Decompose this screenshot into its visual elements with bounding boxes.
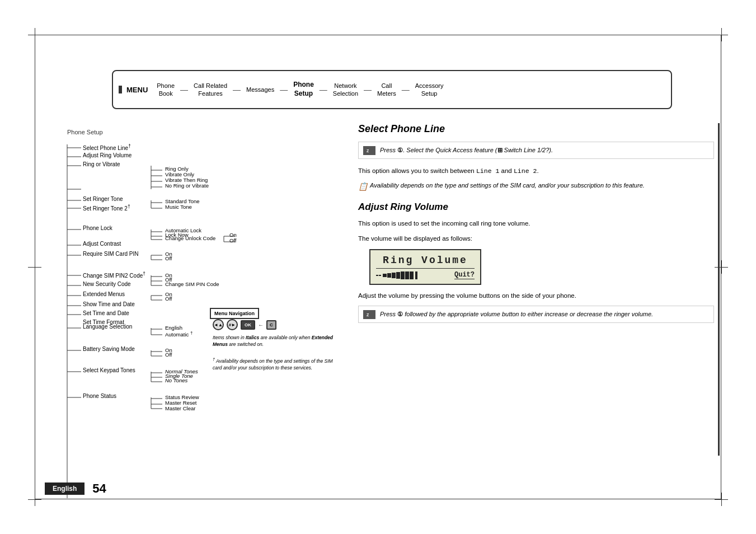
sub-sim2-change: Change SIM PIN Code: [165, 281, 219, 287]
sub-ext-off: Off: [165, 296, 172, 302]
nav-arrow-3: —: [280, 85, 288, 94]
vertical-rule: [718, 123, 720, 456]
lcd-dot: [376, 275, 378, 276]
tree-item-status: Phone Status: [83, 393, 116, 399]
lcd-dot2: [379, 275, 381, 276]
sub-automatic: Automatic †: [165, 330, 192, 338]
lcd-bar-6: [405, 271, 409, 279]
tree-item-phone-lock: Phone Lock: [83, 225, 112, 231]
section1-press-text: Press ①. Select the Quick Access feature…: [380, 146, 553, 155]
nav-item-network-selection[interactable]: NetworkSelection: [328, 82, 363, 98]
menu-nav-box: Menu Navigation: [210, 308, 259, 319]
section2-content1: This option is used to set the incoming …: [358, 218, 714, 228]
nav-item-call-meters[interactable]: CallMeters: [373, 82, 401, 98]
nav-arrow-4: —: [320, 85, 327, 94]
bottom-border: [35, 499, 721, 499]
nav-item-phone-book[interactable]: PhoneBook: [152, 82, 179, 98]
tree-item-battery: Battery Saving Mode: [83, 346, 135, 352]
lcd-quit: Quit?: [454, 271, 475, 279]
footer-page-number: 54: [92, 481, 106, 496]
lcd-bar-5: [401, 271, 405, 279]
tree-item-set-time: Set Time and Date: [83, 310, 129, 316]
menu-label: MENU: [119, 86, 148, 94]
nav-arrow-1: —: [180, 85, 188, 94]
tree-item-language: Language Selection: [83, 324, 132, 330]
sub-change-unlock: Change Unlock Code: [165, 235, 215, 241]
nav-item-phone-setup[interactable]: PhoneSetup: [289, 81, 318, 98]
section2-press-box: Z Press ① followed by the appropriate vo…: [358, 306, 714, 323]
diagram-area: Phone Setup: [45, 129, 369, 425]
tree-item-extended: Extended Menus: [83, 291, 125, 297]
tree-item-select-phone-line: Select Phone Line†: [83, 143, 131, 151]
nav-items: PhoneBook — Call RelatedFeatures — Messa…: [152, 81, 665, 98]
menu-bar-icon: [119, 86, 122, 93]
section1-press-box: Z Press ①. Select the Quick Access featu…: [358, 142, 714, 159]
btn-left[interactable]: ◄▲: [213, 319, 224, 330]
sub-no-ring: No Ring or Vibrate: [165, 182, 209, 189]
lcd-bar-2: [387, 273, 391, 278]
btn-right[interactable]: #►: [227, 319, 238, 330]
top-border: [35, 35, 721, 35]
tree-item-adjust-ring: Adjust Ring Volume: [83, 152, 132, 158]
lcd-bars-container: [376, 271, 417, 279]
crosshair-mid-right: [715, 260, 728, 274]
section2-content3: Adjust the volume by pressing the volume…: [358, 291, 714, 301]
tree-item-change-sim: Change SIM PIN2 Code†: [83, 271, 145, 279]
sub-no-tones: No Tones: [165, 377, 187, 383]
nav-arrow-6: —: [402, 85, 410, 94]
sub-master-clear: Master Clear: [165, 405, 195, 411]
nav-arrow-2: —: [233, 85, 241, 94]
btn-ok[interactable]: OK: [241, 320, 255, 330]
nav-item-messages[interactable]: Messages: [242, 86, 279, 93]
footer-language: English: [45, 483, 84, 495]
section2-content2: The volume will be displayed as follows:: [358, 233, 714, 243]
lcd-top-text: Ring Volume: [376, 255, 475, 266]
right-border: [721, 35, 721, 499]
left-border: [35, 35, 35, 499]
menu-nav-note2: † Availability depends on the type and s…: [213, 357, 336, 372]
tree-item-keypad: Select Keypad Tones: [83, 367, 135, 373]
nav-buttons: ◄▲ #► OK ← C: [213, 319, 276, 330]
crosshair-bottom-right: [715, 493, 728, 506]
right-content: Select Phone Line Z Press ①. Select the …: [358, 123, 714, 330]
lcd-bottom: Quit?: [376, 271, 475, 279]
lcd-bar-4: [396, 272, 400, 279]
tree-item-show-time: Show Time and Date: [83, 301, 135, 307]
lcd-bar-3: [392, 273, 396, 278]
tree-item-security: New Security Code: [83, 281, 131, 287]
section1-title: Select Phone Line: [358, 123, 714, 135]
lcd-bar-end: [415, 271, 417, 279]
btn-c[interactable]: C: [266, 320, 276, 330]
tree-item-ringer-tone2: Set Ringer Tone 2†: [83, 204, 130, 212]
section2-title: Adjust Ring Volume: [358, 202, 714, 213]
nav-bar: MENU PhoneBook — Call RelatedFeatures — …: [112, 70, 672, 109]
tree-item-ring-vibrate: Ring or Vibrate: [83, 161, 120, 167]
section2-press-text: Press ① followed by the appropriate volu…: [380, 310, 653, 319]
tree-item-require-sim: Require SIM Card PIN: [83, 251, 138, 257]
section1-note: 📋 Availability depends on the type and s…: [358, 181, 714, 193]
sub-music-tone: Music Tone: [165, 204, 192, 210]
menu-nav-note1: Items shown in Italics are available onl…: [213, 335, 336, 348]
diagram-title: Phone Setup: [67, 129, 369, 135]
nav-arrow-5: —: [364, 85, 372, 94]
tree-item-adjust-contrast: Adjust Contrast: [83, 241, 121, 247]
lcd-bar-1: [383, 274, 387, 277]
arrow-back: ←: [258, 322, 264, 328]
footer: English 54: [45, 481, 106, 496]
tree-item-set-ringer: Set Ringer Tone: [83, 196, 123, 202]
section1-content: This option allows you to switch between…: [358, 166, 714, 176]
lcd-quit-underline: Quit?: [454, 271, 475, 279]
nav-item-call-related[interactable]: Call RelatedFeatures: [189, 82, 232, 98]
lcd-display: Ring Volume Quit?: [369, 249, 481, 285]
lcd-bar-7: [410, 271, 414, 279]
menu-text: MENU: [126, 86, 148, 94]
sub-bat-off: Off: [165, 352, 172, 358]
sub-sim-off: Off: [165, 255, 172, 261]
sub-lock-off: Off: [229, 237, 237, 243]
nav-item-accessory-setup[interactable]: AccessorySetup: [411, 82, 448, 98]
